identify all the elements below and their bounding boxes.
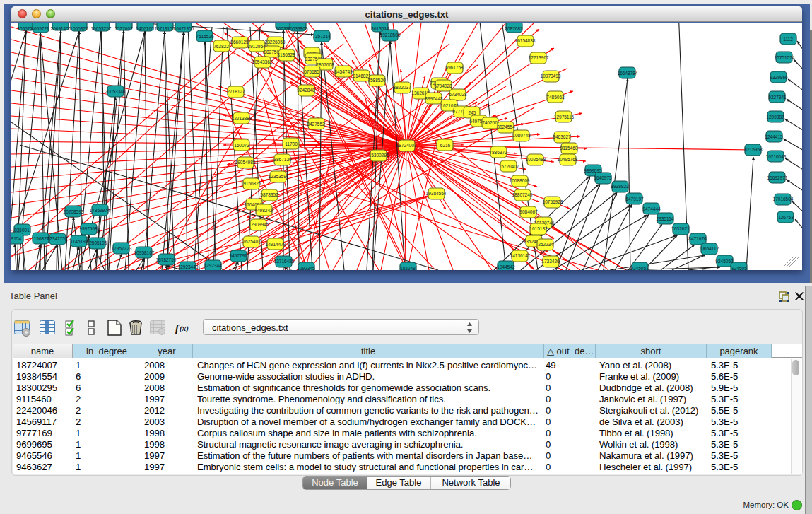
svg-text:160073: 160073 <box>234 143 249 148</box>
svg-text:1065325: 1065325 <box>70 26 88 31</box>
svg-text:9115460: 9115460 <box>560 146 578 151</box>
svg-text:12975115: 12975115 <box>554 115 575 119</box>
svg-text:6479197: 6479197 <box>625 197 644 201</box>
svg-text:16671355: 16671355 <box>174 26 194 31</box>
svg-text:10025488: 10025488 <box>526 157 546 162</box>
svg-text:17359974: 17359974 <box>90 208 110 213</box>
svg-text:8471676: 8471676 <box>688 236 707 241</box>
svg-text:1080748: 1080748 <box>512 133 531 138</box>
svg-text:1640975: 1640975 <box>594 175 612 180</box>
svg-text:4055721: 4055721 <box>31 26 49 31</box>
svg-text:15720407: 15720407 <box>499 164 519 169</box>
svg-text:15300295: 15300295 <box>369 153 389 158</box>
svg-text:19218506: 19218506 <box>380 33 401 37</box>
svg-text:7515526: 7515526 <box>196 34 214 39</box>
svg-text:10756928: 10756928 <box>543 199 563 204</box>
svg-text:20208593: 20208593 <box>64 209 84 214</box>
svg-text:675685: 675685 <box>304 69 319 74</box>
svg-text:8990448: 8990448 <box>425 96 443 101</box>
svg-text:1244415: 1244415 <box>765 134 783 139</box>
svg-text:16782759: 16782759 <box>156 257 177 262</box>
svg-text:9227341: 9227341 <box>768 95 787 100</box>
svg-text:10958167: 10958167 <box>134 250 155 255</box>
svg-text:15692971: 15692971 <box>767 175 788 180</box>
svg-text:39154: 39154 <box>11 236 21 241</box>
svg-text:1145197: 1145197 <box>71 239 88 244</box>
svg-text:12909945: 12909945 <box>249 222 269 227</box>
svg-text:10654112: 10654112 <box>699 246 719 251</box>
svg-text:10495768: 10495768 <box>558 157 578 162</box>
svg-text:8186328: 8186328 <box>277 52 295 57</box>
svg-text:6961758: 6961758 <box>445 65 464 70</box>
svg-text:12342757: 12342757 <box>47 236 68 241</box>
svg-text:8938923: 8938923 <box>611 184 629 189</box>
svg-text:8427552: 8427552 <box>307 122 325 127</box>
svg-text:17016504: 17016504 <box>773 197 794 201</box>
svg-text:1292344: 1292344 <box>204 263 222 268</box>
svg-text:1209387: 1209387 <box>766 115 784 119</box>
svg-text:11700: 11700 <box>285 141 298 146</box>
svg-text:3912954: 3912954 <box>247 44 266 49</box>
svg-text:10973493: 10973493 <box>541 74 561 78</box>
svg-text:126753: 126753 <box>778 215 794 220</box>
svg-text:19054985: 19054985 <box>235 160 256 165</box>
svg-text:3867130: 3867130 <box>273 157 292 162</box>
svg-text:4498242: 4498242 <box>254 208 273 213</box>
svg-text:9474444: 9474444 <box>642 206 661 211</box>
svg-text:7632621: 7632621 <box>671 226 690 231</box>
svg-text:1527602: 1527602 <box>114 26 133 31</box>
svg-text:6734028: 6734028 <box>449 92 467 97</box>
svg-text:6466160: 6466160 <box>136 26 154 31</box>
svg-text:16154838: 16154838 <box>515 38 536 43</box>
svg-text:13716485: 13716485 <box>274 259 295 264</box>
svg-text:23226058: 23226058 <box>265 40 286 45</box>
svg-text:10543362: 10543362 <box>252 59 273 64</box>
svg-text:9245051: 9245051 <box>630 266 649 270</box>
svg-text:18807249: 18807249 <box>512 192 533 197</box>
svg-text:746266: 746266 <box>482 120 498 125</box>
svg-text:7588520: 7588520 <box>367 78 386 83</box>
svg-text:(x): (x) <box>180 324 189 333</box>
svg-text:20053346: 20053346 <box>105 89 126 94</box>
svg-text:245: 245 <box>469 110 476 115</box>
svg-text:16648784: 16648784 <box>618 71 638 76</box>
svg-text:7886372: 7886372 <box>489 150 507 155</box>
svg-text:19166825: 19166825 <box>241 181 261 186</box>
svg-text:2935114: 2935114 <box>657 216 674 221</box>
svg-text:10653257: 10653257 <box>91 26 112 31</box>
svg-text:19384554: 19384554 <box>426 191 447 196</box>
svg-text:17957223: 17957223 <box>112 246 132 251</box>
svg-text:9084067: 9084067 <box>519 209 538 214</box>
svg-text:8215958: 8215958 <box>744 147 763 152</box>
svg-text:1292345: 1292345 <box>297 266 315 270</box>
svg-text:8454749: 8454749 <box>334 69 353 74</box>
svg-text:9463627: 9463627 <box>553 134 571 139</box>
svg-text:14914479: 14914479 <box>266 242 286 247</box>
svg-text:6794028: 6794028 <box>434 83 452 88</box>
svg-text:1733426: 1733426 <box>541 259 560 264</box>
svg-text:18724007: 18724007 <box>396 143 417 148</box>
svg-text:7625402: 7625402 <box>242 239 261 244</box>
svg-text:12923448: 12923448 <box>178 264 199 269</box>
svg-text:1044542: 1044542 <box>497 264 515 269</box>
svg-text:9242848: 9242848 <box>297 88 315 93</box>
svg-text:12213389: 12213389 <box>232 116 252 121</box>
svg-text:2087682: 2087682 <box>505 26 523 31</box>
svg-text:20691406: 20691406 <box>51 26 71 31</box>
svg-text:1615132: 1615132 <box>529 226 548 231</box>
svg-text:252234: 252234 <box>538 242 553 247</box>
svg-text:10688609: 10688609 <box>510 178 530 183</box>
svg-text:183248: 183248 <box>400 266 416 270</box>
svg-text:8660125: 8660125 <box>230 40 249 45</box>
svg-text:9457791: 9457791 <box>229 253 247 258</box>
svg-text:16033809: 16033809 <box>288 26 308 31</box>
svg-text:16210643: 16210643 <box>766 154 787 159</box>
svg-text:3822037: 3822037 <box>393 85 411 90</box>
svg-text:9997568: 9997568 <box>79 226 98 231</box>
svg-text:763822: 763822 <box>213 44 229 49</box>
svg-text:1112: 1112 <box>783 37 793 42</box>
svg-text:12353594: 12353594 <box>269 174 289 179</box>
svg-text:2718127: 2718127 <box>227 89 245 94</box>
svg-text:12213967: 12213967 <box>529 55 549 60</box>
svg-text:12505195: 12505195 <box>87 240 107 245</box>
